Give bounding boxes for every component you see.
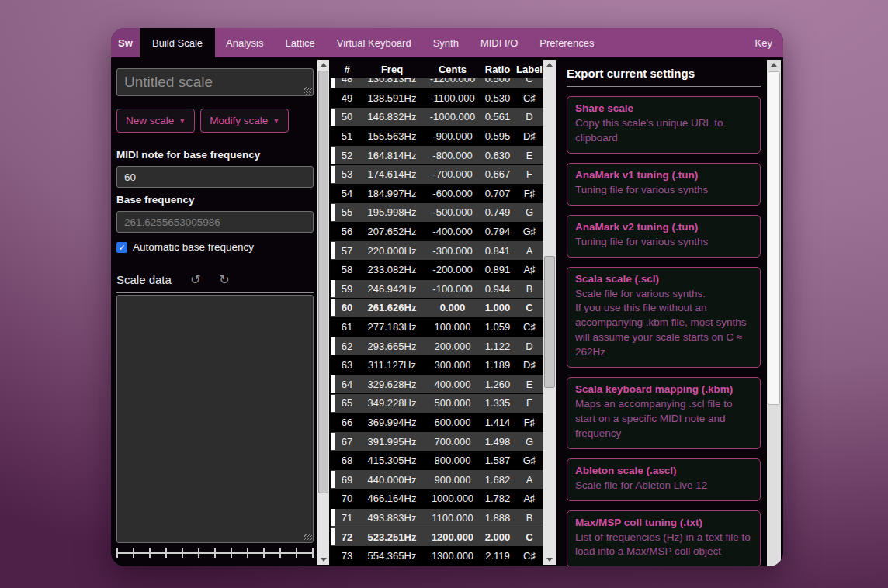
scrollbar-thumb[interactable] — [544, 256, 555, 388]
scroll-down-icon[interactable] — [543, 555, 556, 565]
table-cell: 1.059 — [480, 321, 515, 333]
tab-synth[interactable]: Synth — [422, 28, 470, 57]
table-cell: 1.682 — [480, 474, 515, 486]
table-cell: -900.000 — [425, 130, 480, 142]
table-cell: B — [515, 283, 543, 295]
export-panel-scrollbar[interactable] — [767, 60, 781, 566]
export-card-scala-scale-scl[interactable]: Scala scale (.scl)Scale file for various… — [567, 267, 761, 368]
table-cell: E — [515, 379, 543, 390]
table-cell: -200.000 — [425, 264, 480, 275]
table-row: 63311.127Hz300.0001.189D♯ — [331, 356, 543, 375]
scroll-up-icon[interactable] — [317, 60, 329, 70]
table-cell: 277.183Hz — [359, 321, 425, 333]
export-card-max-msp-coll-tuning-txt[interactable]: Max/MSP coll tuning (.txt)List of freque… — [567, 510, 761, 566]
tab-virtual-keyboard[interactable]: Virtual Keyboard — [326, 28, 422, 57]
new-scale-button[interactable]: New scale ▼ — [116, 109, 195, 133]
app-body: New scale ▼ Modify scale ▼ MIDI note for… — [111, 57, 783, 566]
table-cell: 69 — [335, 474, 359, 486]
table-row: 66369.994Hz600.0001.414F♯ — [331, 413, 543, 433]
table-cell: -300.000 — [425, 245, 480, 257]
scale-name-input[interactable] — [116, 68, 314, 96]
table-cell: 493.883Hz — [359, 512, 425, 524]
export-panel: Export current settings Share scaleCopy … — [567, 57, 761, 566]
app-logo[interactable]: Sw — [111, 28, 140, 57]
table-cell: F — [515, 168, 543, 180]
tab-preferences[interactable]: Preferences — [529, 28, 605, 57]
export-card-ableton-scale-ascl[interactable]: Ableton scale (.ascl)Scale file for Able… — [567, 458, 761, 501]
scrollbar-thumb[interactable] — [318, 71, 328, 493]
chevron-down-icon: ▼ — [179, 117, 186, 125]
tab-analysis[interactable]: Analysis — [215, 28, 274, 57]
table-row: 56207.652Hz-400.0000.794G♯ — [331, 223, 543, 242]
export-card-share-scale[interactable]: Share scaleCopy this scale's unique URL … — [567, 96, 761, 154]
table-cell: G♯ — [515, 226, 543, 237]
table-cell: 70 — [335, 493, 359, 504]
ruler-tick — [198, 548, 199, 558]
table-cell: 1.782 — [480, 493, 515, 504]
checkbox-checked-icon[interactable]: ✓ — [116, 242, 127, 253]
scale-data-textarea[interactable] — [116, 295, 314, 543]
export-card-scala-keyboard-mapping-kbm[interactable]: Scala keyboard mapping (.kbm)Maps an acc… — [567, 377, 761, 449]
table-cell: 400.000 — [425, 379, 480, 390]
table-row: 70466.164Hz1000.0001.782A♯ — [331, 489, 543, 509]
table-cell: 0.891 — [480, 264, 515, 275]
table-cell: F♯ — [515, 417, 543, 428]
table-cell: 554.365Hz — [359, 550, 425, 562]
table-row: 57220.000Hz-300.0000.841A — [331, 241, 543, 261]
export-card-anamark-v1-tuning-tun[interactable]: AnaMark v1 tuning (.tun)Tuning file for … — [567, 163, 761, 206]
table-cell: 2.000 — [480, 531, 515, 543]
resize-grip-icon[interactable] — [304, 87, 312, 95]
table-scrollbar[interactable] — [543, 60, 556, 565]
table-cell: F — [515, 397, 543, 409]
table-cell: 146.832Hz — [359, 111, 425, 123]
tab-key[interactable]: Key — [744, 28, 783, 57]
tab-build-scale[interactable]: Build Scale — [140, 28, 215, 57]
table-cell: 523.251Hz — [359, 531, 425, 543]
midi-note-input[interactable] — [116, 166, 314, 188]
table-cell: 207.652Hz — [359, 226, 425, 237]
ruler-tick — [263, 548, 265, 558]
undo-icon[interactable]: ↺ — [190, 272, 200, 287]
ruler-tick — [279, 548, 281, 558]
ruler-tick — [231, 548, 232, 558]
table-cell: 0.944 — [480, 283, 515, 295]
table-cell: 233.082Hz — [359, 264, 425, 275]
table-cell: -800.000 — [425, 150, 480, 161]
table-row: 73554.365Hz1300.0002.119C♯ — [331, 547, 543, 566]
table-cell: 0.595 — [480, 130, 515, 142]
table-row: 67391.995Hz700.0001.498G — [331, 432, 543, 451]
ruler-tick — [149, 548, 151, 558]
redo-icon[interactable]: ↻ — [219, 272, 229, 287]
export-card-description: Scale file for Ableton Live 12 — [575, 479, 752, 493]
base-frequency-input[interactable] — [116, 211, 314, 233]
modify-scale-button[interactable]: Modify scale ▼ — [200, 109, 289, 133]
scroll-up-icon[interactable] — [767, 60, 781, 70]
scale-builder-panel: New scale ▼ Modify scale ▼ MIDI note for… — [116, 57, 314, 566]
left-panel-scrollbar[interactable] — [317, 60, 329, 565]
table-row: 49138.591Hz-1100.0000.530C♯ — [331, 89, 543, 109]
tab-lattice[interactable]: Lattice — [274, 28, 325, 57]
table-cell: A♯ — [515, 493, 543, 504]
scroll-up-icon[interactable] — [543, 60, 556, 70]
scroll-down-icon[interactable] — [317, 555, 329, 565]
resize-grip-icon[interactable] — [304, 534, 312, 541]
tab-midi-i-o[interactable]: MIDI I/O — [470, 28, 529, 57]
table-cell: 67 — [335, 436, 359, 448]
table-cell: 1300.000 — [425, 550, 480, 562]
column-header: Ratio — [480, 64, 515, 75]
table-cell: 246.942Hz — [359, 283, 425, 295]
nav-spacer — [605, 28, 744, 57]
ruler-tick — [312, 548, 314, 558]
table-row: 61277.183Hz100.0001.059C♯ — [331, 318, 543, 337]
table-cell: -1100.000 — [425, 92, 480, 104]
export-card-anamark-v2-tuning-tun[interactable]: AnaMark v2 tuning (.tun)Tuning file for … — [567, 215, 761, 258]
table-cell: 71 — [335, 512, 359, 524]
table-cell: 64 — [335, 379, 359, 390]
table-row: 50146.832Hz-1000.0000.561D — [331, 108, 543, 127]
scrollbar-thumb[interactable] — [768, 71, 780, 405]
table-cell: 900.000 — [425, 474, 480, 486]
export-card-description: Copy this scale's unique URL to clipboar… — [575, 116, 752, 146]
table-cell: 369.994Hz — [359, 417, 425, 428]
table-cell: 54 — [335, 188, 359, 199]
table-row: 60261.626Hz0.0001.000C — [331, 299, 543, 318]
